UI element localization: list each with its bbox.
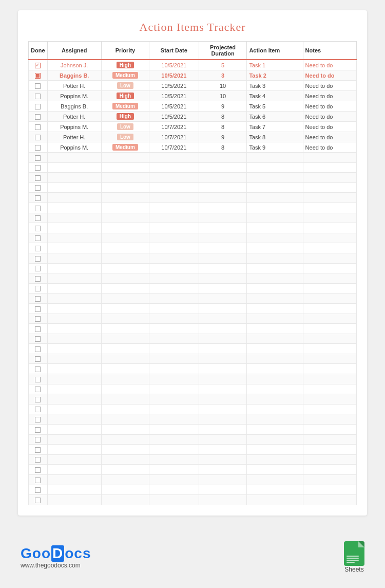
done-cell-empty[interactable] (29, 233, 48, 243)
checkbox-empty[interactable] (35, 356, 41, 362)
checkbox-empty[interactable] (35, 477, 41, 483)
done-cell-empty[interactable] (29, 243, 48, 253)
checkbox-empty[interactable] (35, 155, 41, 161)
checkbox-empty[interactable] (35, 437, 41, 443)
duration-cell-empty (199, 445, 247, 455)
done-cell-empty[interactable] (29, 344, 48, 354)
notes-cell: Need to do (303, 70, 356, 81)
done-cell-empty[interactable] (29, 465, 48, 475)
checkbox-empty[interactable] (35, 145, 41, 151)
done-cell-empty[interactable] (29, 434, 48, 445)
checkbox-empty[interactable] (35, 316, 41, 322)
done-cell-empty[interactable] (29, 495, 48, 505)
assigned-cell: Potter H. (47, 112, 101, 122)
done-cell-empty[interactable] (29, 374, 48, 384)
done-cell-empty[interactable] (29, 404, 48, 414)
start-date-cell-empty (149, 394, 199, 405)
checkbox-empty[interactable] (35, 256, 41, 262)
assigned-cell-empty (47, 364, 101, 374)
done-cell-empty[interactable] (29, 263, 48, 273)
checkbox-empty[interactable] (35, 124, 41, 130)
checkbox-empty[interactable] (35, 366, 41, 372)
checkbox-empty[interactable] (35, 447, 41, 453)
checkbox-empty[interactable] (35, 215, 41, 221)
done-cell-empty[interactable] (29, 394, 48, 405)
checkbox-empty[interactable] (35, 326, 41, 332)
assigned-cell-empty (47, 425, 101, 435)
checkbox-empty[interactable] (35, 114, 41, 120)
done-cell-empty[interactable] (29, 273, 48, 284)
action-item-cell-empty (247, 193, 303, 203)
checkbox-empty[interactable] (35, 397, 41, 402)
checkbox-empty[interactable] (35, 417, 41, 422)
done-cell-empty[interactable] (29, 153, 48, 163)
duration-cell-empty (199, 213, 247, 223)
done-cell-empty[interactable] (29, 314, 48, 324)
done-cell-empty[interactable] (29, 253, 48, 263)
done-cell-empty[interactable] (29, 445, 48, 455)
checkbox-checked[interactable] (35, 63, 41, 68)
done-cell[interactable] (29, 60, 48, 70)
checkbox-empty[interactable] (35, 467, 41, 473)
checkbox-empty[interactable] (35, 407, 41, 412)
checkbox-empty[interactable] (35, 286, 41, 291)
checkbox-empty[interactable] (35, 387, 41, 392)
done-cell-empty[interactable] (29, 384, 48, 394)
checkbox-empty[interactable] (35, 377, 41, 382)
done-cell-empty[interactable] (29, 334, 48, 344)
done-cell-empty[interactable] (29, 414, 48, 425)
checkbox-empty[interactable] (35, 346, 41, 352)
checkbox-empty[interactable] (35, 427, 41, 433)
done-cell-empty[interactable] (29, 182, 48, 193)
checkbox-empty[interactable] (35, 266, 41, 271)
done-cell[interactable] (29, 70, 48, 81)
checkbox-empty[interactable] (35, 296, 41, 302)
checkbox-empty[interactable] (35, 498, 41, 503)
done-cell-empty[interactable] (29, 193, 48, 203)
checkbox-empty[interactable] (35, 246, 41, 251)
checkbox-checked-red[interactable] (35, 73, 41, 79)
done-cell-empty[interactable] (29, 162, 48, 173)
checkbox-empty[interactable] (35, 276, 41, 282)
done-cell-empty[interactable] (29, 213, 48, 223)
checkbox-empty[interactable] (35, 195, 41, 201)
done-cell-empty[interactable] (29, 303, 48, 314)
done-cell-empty[interactable] (29, 293, 48, 304)
duration-cell-empty (199, 243, 247, 253)
checkbox-empty[interactable] (35, 83, 41, 89)
checkbox-empty[interactable] (35, 487, 41, 493)
done-cell[interactable] (29, 142, 48, 153)
checkbox-empty[interactable] (35, 235, 41, 241)
checkbox-empty[interactable] (35, 306, 41, 312)
done-cell-empty[interactable] (29, 324, 48, 334)
checkbox-empty[interactable] (35, 206, 41, 211)
done-cell[interactable] (29, 91, 48, 101)
checkbox-empty[interactable] (35, 135, 41, 140)
assigned-cell-empty (47, 434, 101, 445)
start-date-cell-empty (149, 434, 199, 445)
done-cell[interactable] (29, 122, 48, 132)
done-cell[interactable] (29, 112, 48, 122)
done-cell-empty[interactable] (29, 354, 48, 364)
done-cell-empty[interactable] (29, 425, 48, 435)
checkbox-empty[interactable] (35, 457, 41, 463)
checkbox-empty[interactable] (35, 94, 41, 99)
checkbox-empty[interactable] (35, 336, 41, 342)
done-cell-empty[interactable] (29, 454, 48, 465)
checkbox-empty[interactable] (35, 185, 41, 191)
done-cell[interactable] (29, 132, 48, 142)
done-cell-empty[interactable] (29, 283, 48, 293)
notes-cell-empty (303, 193, 356, 203)
done-cell-empty[interactable] (29, 173, 48, 183)
done-cell-empty[interactable] (29, 203, 48, 213)
done-cell[interactable] (29, 81, 48, 91)
done-cell-empty[interactable] (29, 364, 48, 374)
checkbox-empty[interactable] (35, 165, 41, 171)
done-cell-empty[interactable] (29, 475, 48, 485)
done-cell-empty[interactable] (29, 485, 48, 495)
done-cell[interactable] (29, 101, 48, 112)
done-cell-empty[interactable] (29, 223, 48, 233)
checkbox-empty[interactable] (35, 226, 41, 231)
checkbox-empty[interactable] (35, 175, 41, 181)
checkbox-empty[interactable] (35, 104, 41, 109)
